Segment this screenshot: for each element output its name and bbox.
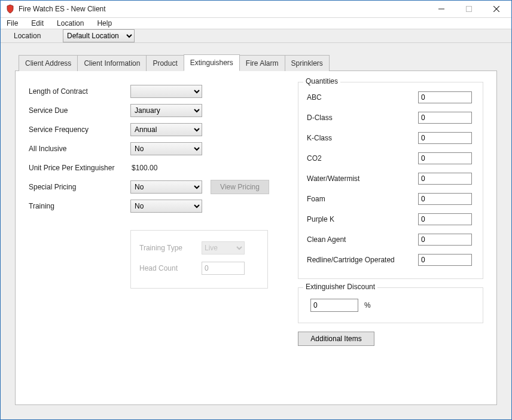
qty-input-abc[interactable]: [418, 91, 472, 103]
tab-strip: Client Address Client Information Produc…: [19, 54, 497, 70]
work-area: Client Address Client Information Produc…: [1, 43, 511, 419]
menu-edit[interactable]: Edit: [29, 18, 46, 29]
tab-client-address[interactable]: Client Address: [19, 55, 78, 71]
special-pricing-label: Special Pricing: [29, 183, 130, 191]
window-title: Fire Watch ES - New Client: [19, 5, 428, 13]
app-shield-icon: [5, 4, 15, 14]
qty-label: Purple K: [307, 215, 418, 223]
qty-label: Water/Watermist: [307, 174, 418, 183]
qty-label: ABC: [307, 93, 418, 102]
service-frequency-select[interactable]: Annual: [130, 123, 202, 136]
quantities-column: Quantities ABC D-Class K-Class CO2: [298, 82, 483, 390]
quantities-fieldset: Quantities ABC D-Class K-Class CO2: [298, 82, 483, 279]
qty-label: D-Class: [307, 114, 418, 122]
extinguisher-settings-column: Length of Contract Service Due January S…: [29, 82, 274, 390]
training-select[interactable]: No: [130, 200, 202, 213]
view-pricing-button: View Pricing: [211, 180, 269, 194]
menu-file[interactable]: File: [4, 18, 20, 29]
window-close-button[interactable]: [483, 1, 510, 17]
qty-label: Redline/Cartridge Operated: [307, 256, 418, 264]
menu-bar: File Edit Location Help: [1, 18, 511, 29]
qty-input-water[interactable]: [418, 173, 472, 185]
length-of-contract-label: Length of Contract: [29, 87, 130, 96]
special-pricing-select[interactable]: No: [130, 180, 202, 194]
head-count-input: [202, 262, 245, 275]
svg-rect-1: [467, 7, 472, 12]
qty-input-purplek[interactable]: [418, 213, 472, 225]
qty-input-kclass[interactable]: [418, 132, 472, 144]
app-window: Fire Watch ES - New Client File Edit Loc…: [0, 0, 512, 420]
tab-panel-extinguishers: Length of Contract Service Due January S…: [15, 70, 497, 405]
qty-row-cleanagent: Clean Agent: [307, 229, 474, 250]
qty-label: CO2: [307, 154, 418, 163]
qty-label: Clean Agent: [307, 235, 418, 244]
tab-sprinklers[interactable]: Sprinklers: [285, 55, 330, 71]
menu-help[interactable]: Help: [95, 18, 114, 29]
length-of-contract-select[interactable]: [130, 85, 202, 98]
quantities-legend: Quantities: [303, 77, 340, 85]
discount-fieldset: Extinguisher Discount %: [298, 287, 483, 323]
tab-client-information[interactable]: Client Information: [77, 55, 147, 71]
discount-unit: %: [364, 301, 371, 309]
maximize-icon: [466, 6, 472, 12]
training-details-box: Training Type Live Head Count: [130, 230, 268, 289]
discount-legend: Extinguisher Discount: [303, 283, 377, 291]
qty-input-redline[interactable]: [418, 254, 472, 266]
window-maximize-button: [455, 1, 483, 17]
location-toolbar: Location Default Location: [1, 29, 511, 43]
service-due-select[interactable]: January: [130, 104, 202, 117]
training-label: Training: [29, 202, 130, 210]
qty-row-foam: Foam: [307, 189, 474, 209]
unit-price-label: Unit Price Per Extinguisher: [29, 164, 130, 172]
service-due-label: Service Due: [29, 106, 130, 115]
qty-row-co2: CO2: [307, 148, 474, 168]
qty-row-abc: ABC: [307, 87, 474, 108]
discount-input[interactable]: [310, 299, 358, 312]
title-bar: Fire Watch ES - New Client: [1, 1, 511, 18]
minimize-icon: [438, 6, 444, 12]
location-label: Location: [14, 32, 50, 40]
qty-input-foam[interactable]: [418, 193, 472, 205]
service-frequency-label: Service Frequency: [29, 125, 130, 134]
close-icon: [493, 6, 499, 12]
qty-row-dclass: D-Class: [307, 108, 474, 128]
additional-items-button[interactable]: Additional Items: [298, 332, 374, 346]
all-inclusive-select[interactable]: No: [130, 142, 202, 155]
qty-row-redline: Redline/Cartridge Operated: [307, 250, 474, 270]
training-type-label: Training Type: [139, 244, 202, 252]
all-inclusive-label: All Inclusive: [29, 145, 130, 153]
tab-extinguishers[interactable]: Extinguishers: [184, 54, 240, 71]
qty-input-co2[interactable]: [418, 152, 472, 164]
tab-fire-alarm[interactable]: Fire Alarm: [239, 55, 285, 71]
head-count-label: Head Count: [139, 264, 202, 272]
window-controls: [428, 1, 510, 17]
qty-input-cleanagent[interactable]: [418, 234, 472, 246]
menu-location[interactable]: Location: [54, 18, 86, 29]
qty-row-kclass: K-Class: [307, 128, 474, 148]
tab-product[interactable]: Product: [146, 55, 184, 71]
training-type-select: Live: [202, 241, 245, 255]
qty-row-water: Water/Watermist: [307, 168, 474, 189]
qty-label: K-Class: [307, 134, 418, 142]
location-select[interactable]: Default Location: [63, 29, 135, 42]
qty-input-dclass[interactable]: [418, 112, 472, 124]
qty-row-purplek: Purple K: [307, 209, 474, 229]
window-minimize-button[interactable]: [428, 1, 455, 17]
unit-price-value: $100.00: [130, 164, 157, 172]
qty-label: Foam: [307, 195, 418, 203]
